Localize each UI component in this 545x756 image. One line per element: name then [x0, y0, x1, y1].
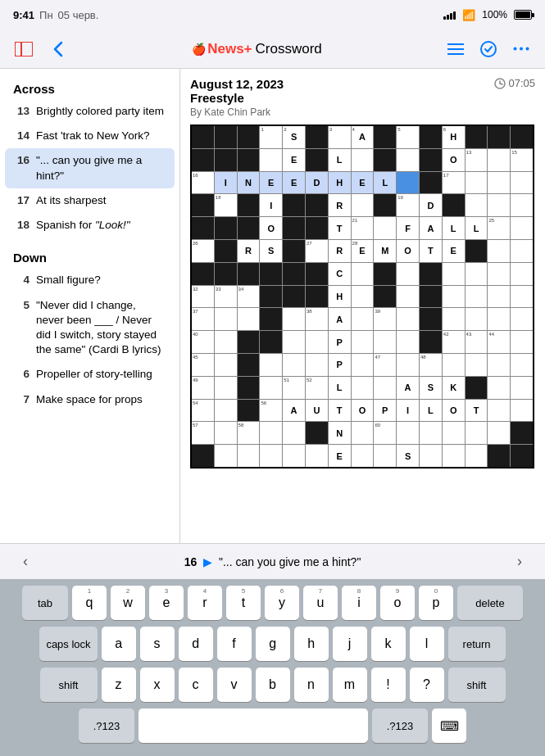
grid-cell[interactable]: 42 [443, 331, 465, 353]
grid-cell[interactable]: 17 [443, 172, 465, 194]
grid-cell[interactable]: 60 [374, 422, 396, 444]
grid-cell[interactable] [511, 217, 533, 239]
grid-cell[interactable] [488, 354, 510, 376]
grid-cell[interactable]: 21 [352, 217, 374, 239]
grid-cell[interactable] [511, 377, 533, 399]
grid-cell[interactable]: E [352, 172, 374, 194]
key-h[interactable]: h [294, 627, 329, 661]
grid-cell[interactable]: L [374, 172, 396, 194]
clue-down-4[interactable]: 4 Small figure? [0, 268, 179, 292]
grid-cell[interactable] [511, 308, 533, 330]
grid-cell[interactable]: O [352, 400, 374, 422]
key-g[interactable]: g [256, 627, 290, 661]
grid-cell[interactable]: A [283, 400, 305, 422]
grid-cell[interactable]: L [329, 377, 351, 399]
grid-cell[interactable] [511, 400, 533, 422]
grid-cell[interactable] [488, 308, 510, 330]
grid-cell[interactable] [352, 308, 374, 330]
grid-cell[interactable] [511, 194, 533, 216]
grid-cell[interactable] [511, 286, 533, 308]
grid-cell[interactable] [488, 422, 510, 444]
grid-cell[interactable] [374, 217, 396, 239]
grid-cell[interactable] [260, 377, 282, 399]
grid-cell[interactable]: 25 [488, 217, 510, 239]
grid-cell[interactable] [466, 263, 488, 285]
back-button[interactable] [44, 35, 72, 63]
grid-cell[interactable]: T [420, 240, 442, 262]
space-key[interactable] [139, 708, 368, 743]
sidebar-toggle-button[interactable] [10, 35, 38, 63]
grid-cell[interactable]: I [397, 400, 419, 422]
check-button[interactable] [475, 35, 502, 63]
grid-cell[interactable]: L [329, 149, 351, 171]
grid-cell[interactable]: I [260, 194, 282, 216]
grid-cell[interactable]: U [306, 400, 328, 422]
grid-cell[interactable]: 1 [260, 126, 282, 148]
grid-cell[interactable]: 34 [238, 286, 260, 308]
grid-cell[interactable]: 18 [215, 194, 237, 216]
grid-cell[interactable] [283, 422, 305, 444]
grid-cell[interactable]: 33 [215, 286, 237, 308]
grid-cell[interactable]: R [329, 194, 351, 216]
grid-cell[interactable] [488, 400, 510, 422]
grid-cell[interactable]: R [238, 240, 260, 262]
grid-cell[interactable]: S [260, 240, 282, 262]
grid-cell[interactable]: E [443, 240, 465, 262]
grid-cell[interactable] [352, 331, 374, 353]
grid-cell[interactable] [306, 445, 328, 467]
grid-cell[interactable] [260, 445, 282, 467]
keyboard-hide-key[interactable]: ⌨ [432, 708, 466, 743]
grid-cell[interactable]: 13 [466, 149, 488, 171]
grid-cell[interactable]: O [260, 217, 282, 239]
grid-cell[interactable]: 16 [192, 172, 214, 194]
grid-cell[interactable] [466, 354, 488, 376]
key-i[interactable]: 8i [342, 586, 376, 620]
grid-cell[interactable]: C [329, 263, 351, 285]
return-key[interactable]: return [448, 627, 506, 661]
grid-cell[interactable] [352, 286, 374, 308]
grid-cell[interactable]: O [397, 240, 419, 262]
grid-cell[interactable] [352, 445, 374, 467]
grid-cell[interactable]: P [374, 400, 396, 422]
next-clue-button[interactable]: › [507, 550, 532, 574]
grid-cell[interactable] [306, 331, 328, 353]
key-q[interactable]: 1q [72, 586, 107, 620]
grid-cell[interactable]: 37 [192, 308, 214, 330]
grid-cell[interactable] [488, 172, 510, 194]
grid-cell[interactable]: M [374, 240, 396, 262]
grid-cell[interactable]: 48 [420, 354, 442, 376]
key-p[interactable]: 0p [419, 586, 453, 620]
grid-cell[interactable]: P [329, 331, 351, 353]
grid-cell[interactable]: F [397, 217, 419, 239]
clue-across-17[interactable]: 17 At its sharpest [0, 188, 179, 213]
clue-across-18[interactable]: 18 Spanish for "Look!" [0, 213, 179, 238]
grid-cell[interactable] [215, 422, 237, 444]
grid-cell[interactable]: 6H [443, 126, 465, 148]
grid-cell[interactable] [397, 308, 419, 330]
grid-cell[interactable] [352, 354, 374, 376]
grid-cell[interactable]: 54 [192, 400, 214, 422]
grid-cell[interactable]: 39 [374, 308, 396, 330]
key-question[interactable]: ? [410, 668, 444, 702]
numbers-right-key[interactable]: .?123 [372, 708, 428, 743]
key-e[interactable]: 3e [149, 586, 184, 620]
grid-cell[interactable] [397, 172, 419, 194]
grid-cell[interactable] [215, 354, 237, 376]
grid-cell[interactable] [443, 445, 465, 467]
grid-cell[interactable]: R [329, 240, 351, 262]
grid-cell[interactable]: 4A [352, 126, 374, 148]
grid-cell[interactable] [283, 445, 305, 467]
grid-cell[interactable]: K [443, 377, 465, 399]
grid-cell[interactable]: 2S [283, 126, 305, 148]
grid-cell[interactable] [283, 331, 305, 353]
tab-key[interactable]: tab [22, 586, 68, 620]
grid-cell[interactable] [374, 377, 396, 399]
grid-cell[interactable]: 28E [352, 240, 374, 262]
grid-cell[interactable] [443, 354, 465, 376]
grid-cell[interactable] [260, 422, 282, 444]
key-c[interactable]: c [179, 668, 213, 702]
grid-cell[interactable]: H [329, 286, 351, 308]
grid-cell[interactable]: 15 [511, 149, 533, 171]
grid-cell[interactable] [443, 308, 465, 330]
grid-cell[interactable] [352, 149, 374, 171]
